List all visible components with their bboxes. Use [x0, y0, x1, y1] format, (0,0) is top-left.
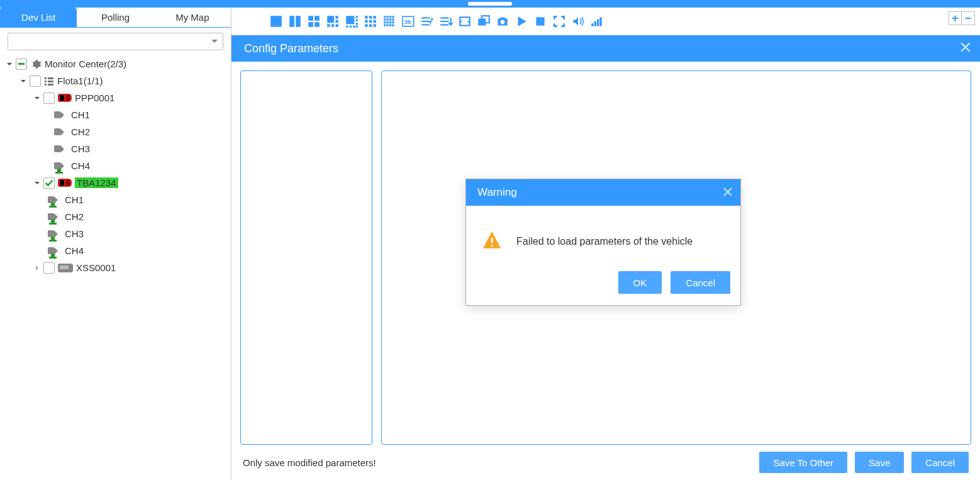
expander-icon[interactable]: [34, 95, 40, 101]
tab-mymap[interactable]: My Map: [154, 8, 231, 27]
fullscreen-icon[interactable]: [551, 14, 567, 29]
svg-rect-54: [421, 17, 430, 18]
warning-modal: Warning Failed to load parameters of the…: [465, 179, 741, 306]
tree-channel[interactable]: CH3: [6, 140, 228, 157]
svg-rect-19: [346, 16, 354, 24]
modal-header: Warning: [466, 179, 740, 206]
screens-icon[interactable]: [476, 14, 492, 29]
zoom-control: + −: [949, 11, 975, 25]
grid-4-icon[interactable]: [306, 14, 322, 29]
svg-rect-27: [365, 16, 367, 18]
tree-channel[interactable]: CH4: [6, 157, 228, 174]
tree-vehicle-3[interactable]: XSS0001: [6, 259, 228, 276]
svg-rect-36: [384, 16, 386, 18]
svg-rect-6: [270, 16, 282, 27]
device-search-select[interactable]: [8, 33, 223, 50]
tree-channel[interactable]: CH4: [6, 242, 228, 259]
play-icon[interactable]: [513, 14, 530, 29]
sidebar-tabs: Dev List Polling My Map: [0, 8, 231, 28]
device-tree: Monitor Center(2/3) Flota1(1/1) PPP0001 …: [0, 53, 231, 279]
svg-rect-67: [597, 19, 599, 26]
svg-rect-66: [594, 21, 596, 26]
camera-online-icon: [48, 196, 62, 204]
svg-rect-50: [389, 24, 391, 26]
expander-icon[interactable]: [34, 265, 40, 271]
grid-36-icon[interactable]: 36: [400, 14, 416, 29]
tree-vehicle-1[interactable]: PPP0001: [6, 89, 228, 106]
tab-polling[interactable]: Polling: [77, 8, 153, 27]
svg-rect-32: [373, 20, 376, 22]
tree-fleet[interactable]: Flota1(1/1): [6, 72, 228, 89]
video-toolbar: 36 + −: [231, 8, 980, 35]
save-button[interactable]: Save: [855, 452, 904, 473]
svg-rect-5: [48, 84, 53, 86]
grid-16-icon[interactable]: [381, 14, 398, 29]
svg-rect-59: [440, 24, 448, 25]
list-sort-icon[interactable]: [419, 14, 435, 29]
svg-rect-16: [327, 24, 330, 26]
svg-rect-26: [356, 25, 358, 27]
config-category-box: [240, 70, 372, 445]
grid-8-icon[interactable]: [343, 14, 360, 29]
svg-rect-28: [369, 16, 372, 18]
checkbox-empty[interactable]: [30, 75, 41, 87]
left-panel: Dev List Polling My Map Monitor Center(2…: [0, 8, 231, 480]
tree-root[interactable]: Monitor Center(2/3): [6, 55, 228, 72]
list-expand-icon[interactable]: [438, 14, 454, 29]
svg-rect-58: [440, 20, 448, 21]
svg-rect-44: [384, 21, 386, 23]
zoom-out-button[interactable]: −: [962, 12, 974, 25]
tree-vehicle-2-label: TBA1234: [75, 177, 118, 188]
tree-channel[interactable]: CH1: [6, 106, 228, 123]
grid-2v-icon[interactable]: [287, 14, 303, 29]
svg-rect-4: [45, 84, 47, 86]
modal-ok-button[interactable]: OK: [618, 271, 662, 294]
tree-root-label: Monitor Center(2/3): [45, 59, 126, 69]
checkbox-empty[interactable]: [43, 262, 55, 274]
drag-handle[interactable]: [468, 2, 512, 6]
camera-icon: [54, 111, 68, 120]
expander-icon[interactable]: [6, 61, 13, 67]
expander-icon[interactable]: [34, 180, 40, 186]
checkbox-empty[interactable]: [43, 92, 55, 104]
tree-channel-label: CH4: [65, 245, 84, 256]
cancel-button[interactable]: Cancel: [911, 452, 969, 473]
stretch-icon[interactable]: [457, 14, 473, 29]
volume-icon[interactable]: [570, 14, 586, 29]
tree-channel-label: CH2: [65, 211, 84, 222]
svg-rect-0: [45, 77, 47, 79]
grid-6-icon[interactable]: [325, 14, 341, 29]
tree-vehicle-2[interactable]: TBA1234: [6, 174, 228, 191]
tree-channel[interactable]: CH2: [6, 208, 228, 225]
svg-rect-38: [389, 16, 391, 18]
close-icon[interactable]: [959, 40, 972, 57]
camera-online-icon: [48, 230, 62, 238]
checkbox-partial[interactable]: [16, 59, 27, 70]
svg-rect-21: [356, 19, 358, 21]
tree-channel-label: CH1: [71, 109, 90, 120]
camera-online-icon: [48, 247, 62, 255]
close-icon[interactable]: [721, 186, 734, 201]
grid-1-icon[interactable]: [268, 14, 284, 29]
expander-icon[interactable]: [20, 78, 26, 84]
grid-9-icon[interactable]: [362, 14, 379, 29]
tree-channel-label: CH2: [71, 126, 90, 137]
save-to-other-button[interactable]: Save To Other: [759, 452, 847, 473]
zoom-in-button[interactable]: +: [949, 12, 962, 25]
signal-bars-icon[interactable]: [589, 14, 605, 29]
camera-snapshot-icon[interactable]: [494, 14, 511, 29]
tree-channel[interactable]: CH3: [6, 225, 228, 242]
modal-cancel-button[interactable]: Cancel: [671, 271, 730, 294]
svg-rect-45: [387, 21, 389, 23]
tree-channel[interactable]: CH1: [6, 191, 228, 208]
svg-point-63: [501, 20, 505, 24]
tree-channel[interactable]: CH2: [6, 123, 228, 140]
svg-rect-55: [421, 20, 430, 21]
config-header: Config Parameters: [231, 35, 980, 62]
tab-devlist[interactable]: Dev List: [0, 8, 77, 27]
svg-rect-12: [315, 22, 320, 27]
checkbox-checked[interactable]: [43, 177, 55, 189]
stop-icon[interactable]: [532, 14, 548, 29]
svg-text:36: 36: [404, 18, 411, 25]
svg-rect-33: [365, 24, 367, 26]
